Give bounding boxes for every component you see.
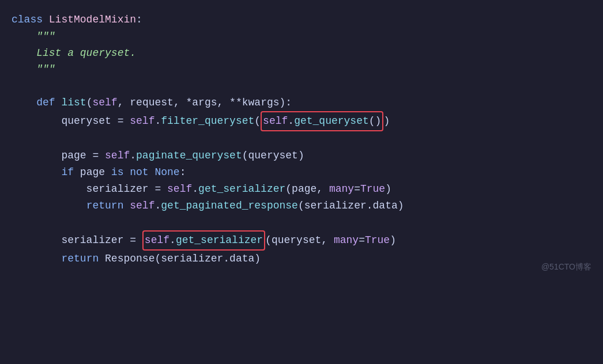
keyword-def: def xyxy=(36,94,61,111)
watermark: @51CTO博客 xyxy=(541,260,591,273)
line-return2: return Response(serializer.data) xyxy=(12,251,586,267)
keyword-many1: many xyxy=(329,181,354,198)
dot5: . xyxy=(154,198,161,214)
close2: ) xyxy=(390,232,396,249)
indent2c xyxy=(12,164,61,181)
docstring-close: """ xyxy=(12,61,55,78)
keyword-return2: return xyxy=(61,251,105,267)
method-get-queryset: get_queryset xyxy=(294,115,369,127)
line-serializer2: serializer = self.get_serializer(queryse… xyxy=(12,230,586,251)
params: , request, *args, **kwargs): xyxy=(118,94,292,111)
keyword-return1: return xyxy=(86,198,130,214)
line-page: page = self.paginate_queryset(queryset) xyxy=(12,147,586,164)
keyword-none: None xyxy=(154,164,179,181)
line-serializer1: serializer = self.get_serializer(page, m… xyxy=(12,181,586,198)
self-ser2: self xyxy=(145,234,169,246)
docstring-text: List a queryset. xyxy=(12,45,136,62)
highlight-get-serializer2: self.get_serializer xyxy=(142,230,265,251)
dot3: . xyxy=(130,147,136,164)
keyword-if: if xyxy=(61,164,80,181)
code-container: class ListModelMixin: """ List a queryse… xyxy=(0,0,603,279)
line-return1: return self.get_paginated_response(seria… xyxy=(12,198,586,214)
class-name: ListModelMixin xyxy=(49,12,136,28)
line-blank2 xyxy=(12,131,586,148)
self-paginated: self xyxy=(130,198,154,214)
line-blank1 xyxy=(12,78,586,94)
self-ser1: self xyxy=(167,181,192,198)
args1: (page, xyxy=(285,181,329,198)
indent2e xyxy=(12,251,61,267)
self-paginate: self xyxy=(105,147,130,164)
func-name-list: list xyxy=(61,94,86,111)
paren2: ( xyxy=(254,113,261,130)
line-blank3 xyxy=(12,214,586,231)
keyword-class: class xyxy=(12,12,49,28)
self-param: self xyxy=(92,94,117,111)
docstring-open: """ xyxy=(12,28,55,45)
close-paren: ) xyxy=(383,113,390,130)
line-docopen: """ xyxy=(12,28,586,45)
line-class: class ListModelMixin: xyxy=(12,12,586,28)
indent2b: page = xyxy=(12,147,105,164)
queryset-arg: (queryset) xyxy=(242,147,304,164)
dot4: . xyxy=(192,181,198,198)
method-filter-queryset: filter_queryset xyxy=(161,113,254,130)
indent3a: serializer = xyxy=(12,181,167,198)
colon: : xyxy=(136,12,142,28)
page-var: page xyxy=(80,164,111,181)
line-def: def list(self, request, *args, **kwargs)… xyxy=(12,94,586,111)
indent3b xyxy=(12,198,86,214)
line-queryset: queryset = self.filter_queryset(self.get… xyxy=(12,111,586,131)
self-get: self xyxy=(263,115,288,127)
highlight-get-queryset: self.get_queryset() xyxy=(261,111,383,131)
dot2: . xyxy=(288,115,294,127)
method-paginate: paginate_queryset xyxy=(136,147,242,164)
line-doc: List a queryset. xyxy=(12,45,586,62)
indent2: queryset = xyxy=(12,113,130,130)
keyword-true1: True xyxy=(360,181,385,198)
close1: ) xyxy=(385,181,391,198)
keyword-true2: True xyxy=(365,232,390,249)
line-if: if page is not None: xyxy=(12,164,586,181)
response-call: Response(serializer.data) xyxy=(105,251,261,267)
args2: (queryset, xyxy=(265,232,334,249)
indent2d: serializer = xyxy=(12,232,142,249)
eq2: = xyxy=(359,232,365,249)
method-get-paginated: get_paginated_response xyxy=(161,198,298,214)
indent xyxy=(12,94,36,111)
eq1: = xyxy=(354,181,360,198)
method-get-serializer2: get_serializer xyxy=(176,234,263,246)
keyword-is-not: is not xyxy=(111,164,155,181)
self-filter: self xyxy=(130,113,154,130)
keyword-many2: many xyxy=(334,232,359,249)
ser-data1: (serializer.data) xyxy=(298,198,404,214)
method-get-serializer1: get_serializer xyxy=(198,181,285,198)
dot6: . xyxy=(169,234,176,246)
paren-open: ( xyxy=(86,94,93,111)
colon2: : xyxy=(180,164,186,181)
dot1: . xyxy=(154,113,161,130)
line-docclose: """ xyxy=(12,61,586,78)
call: () xyxy=(369,115,382,127)
